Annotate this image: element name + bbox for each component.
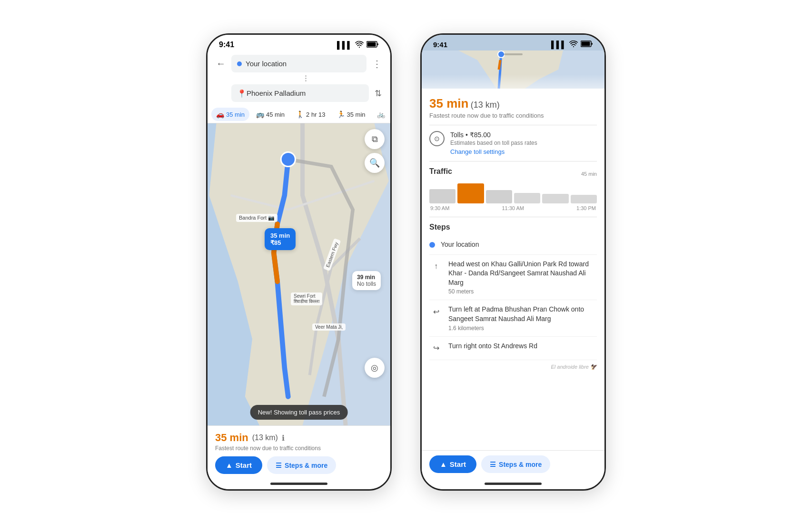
car-icon: 🚗: [216, 111, 224, 118]
divider-3: [429, 217, 597, 217]
info-icon: ℹ: [282, 433, 285, 443]
step-3-text: Turn right onto St Andrews Rd: [448, 342, 537, 351]
traffic-time-3: 1:30 PM: [576, 205, 596, 211]
toll-sub: Estimates based on toll pass rates: [450, 140, 597, 146]
location-button[interactable]: ◎: [365, 358, 385, 378]
veer-mata-label: Veer Mata Ji,: [312, 323, 346, 331]
wifi-icon-2: [569, 40, 578, 49]
start-button-2[interactable]: ▲ Start: [429, 455, 476, 473]
drag-handle: [504, 53, 523, 55]
search-map-button[interactable]: 🔍: [365, 153, 385, 173]
toll-banner: New! Showing toll pass prices: [250, 405, 348, 420]
traffic-bar-5: [542, 194, 568, 203]
bike-icon: 🚲: [377, 111, 385, 118]
home-indicator: [208, 478, 390, 489]
steps-button[interactable]: ☰ Steps & more: [267, 456, 336, 474]
layers-button[interactable]: ⧉: [365, 129, 385, 149]
tab-walk[interactable]: 🚶 2 hr 13: [291, 108, 330, 121]
back-button[interactable]: ←: [214, 56, 228, 71]
step-2-content: Turn left at Padma Bhushan Pran Chowk on…: [448, 305, 597, 331]
navigation-icon: ▲: [226, 461, 233, 469]
origin-dot: [237, 61, 242, 66]
toll-section: ⊙ Tolls • ₹85.00 Estimates based on toll…: [429, 131, 597, 155]
traffic-bar-2: [457, 183, 484, 203]
detail-dist: (13 km): [471, 100, 500, 110]
traffic-bar-3: [486, 190, 512, 203]
detail-header: 35 min (13 km) Fastest route now due to …: [429, 96, 597, 119]
svg-point-6: [281, 152, 295, 166]
phone-1: 9:41 ▌▌▌ ←: [206, 33, 392, 491]
home-bar-2: [485, 483, 542, 485]
route-time: 35 min: [215, 432, 248, 444]
steps-label: Steps & more: [285, 462, 327, 469]
step-3: ↪ Turn right onto St Andrews Rd: [429, 337, 597, 360]
transport-tabs: 🚗 35 min 🚌 45 min 🚶 2 hr 13 🏃 35 min 🚲: [208, 106, 390, 123]
tab-car-label: 35 min: [226, 111, 245, 118]
origin-text: Your location: [246, 60, 287, 68]
map-area: Bandra Fort 📷 Sewri Fortशिवडीचा किल्ला V…: [208, 123, 390, 425]
status-icons-2: ▌▌▌: [551, 40, 593, 49]
destination-row: 📍 Phoenix Palladium ⇅: [214, 84, 384, 102]
right-icon: ↪: [429, 342, 443, 355]
tab-walk-label: 2 hr 13: [306, 111, 325, 118]
route-connector: [228, 75, 384, 81]
notoll-label: No tolls: [357, 281, 376, 287]
run-icon: 🏃: [337, 111, 345, 118]
start-button[interactable]: ▲ Start: [215, 456, 262, 474]
search-area: ← Your location ⋮ 📍 Phoenix Palladium ⇅: [208, 51, 390, 106]
origin-row: ← Your location ⋮: [214, 55, 384, 72]
steps-icon: ☰: [276, 462, 282, 469]
home-indicator-2: [422, 478, 604, 489]
steps-button-2[interactable]: ☰ Steps & more: [481, 455, 550, 473]
action-buttons: ▲ Start ☰ Steps & more: [215, 456, 383, 474]
map-thumb-overlay: [422, 74, 604, 89]
route-title: 35 min (13 km) ℹ: [215, 432, 383, 444]
bottom-actions-2: ▲ Start ☰ Steps & more: [422, 450, 604, 478]
bottom-panel: 35 min (13 km) ℹ Fastest route now due t…: [208, 425, 390, 478]
notoll-time: 39 min: [357, 274, 376, 281]
tab-run-label: 35 min: [347, 111, 366, 118]
toll-link[interactable]: Change toll settings: [450, 148, 597, 155]
more-button[interactable]: ⋮: [370, 56, 384, 71]
bubble-time: 35 min: [270, 232, 290, 239]
tab-bike[interactable]: 🚲: [372, 108, 390, 121]
traffic-title: Traffic: [429, 167, 597, 176]
step-3-content: Turn right onto St Andrews Rd: [448, 342, 537, 351]
detail-subtitle: Fastest route now due to traffic conditi…: [429, 112, 597, 119]
destination-input[interactable]: 📍 Phoenix Palladium: [231, 84, 369, 102]
traffic-bar-6: [571, 195, 597, 203]
traffic-bar-1: [429, 189, 456, 203]
no-toll-bubble: 39 min No tolls: [352, 271, 381, 290]
svg-point-0: [359, 46, 360, 47]
toll-info: Tolls • ₹85.00 Estimates based on toll p…: [450, 131, 597, 155]
time-display-2: 9:41: [433, 40, 447, 49]
status-icons-1: ▌▌▌: [337, 41, 379, 49]
traffic-times: 9:30 AM 11:30 AM 1:30 PM: [429, 205, 597, 211]
step-1: ↑ Head west on Khau Galli/Union Park Rd …: [429, 255, 597, 301]
bandra-fort-label: Bandra Fort 📷: [236, 214, 277, 222]
home-bar: [270, 483, 327, 485]
status-bar-1: 9:41 ▌▌▌: [208, 35, 390, 51]
swap-button[interactable]: ⇅: [373, 86, 384, 101]
step-2: ↩ Turn left at Padma Bhushan Pran Chowk …: [429, 300, 597, 336]
tab-run[interactable]: 🏃 35 min: [332, 108, 370, 121]
destination-pin: 📍: [237, 90, 243, 97]
tab-transit[interactable]: 🚌 45 min: [251, 108, 289, 121]
tab-transit-label: 45 min: [266, 111, 285, 118]
step-1-dist: 50 meters: [448, 288, 597, 295]
transit-icon: 🚌: [256, 111, 264, 118]
svg-rect-9: [582, 42, 590, 46]
traffic-45min: 45 min: [581, 171, 597, 177]
steps-title: Steps: [429, 223, 597, 232]
steps-label-2: Steps & more: [499, 461, 542, 468]
destination-text: Phoenix Palladium: [247, 89, 306, 97]
steps-icon-2: ☰: [490, 461, 496, 468]
origin-input[interactable]: Your location: [231, 55, 366, 72]
origin-dot-step: [429, 242, 435, 248]
left-icon: ↩: [429, 305, 443, 318]
battery-icon: [366, 41, 379, 49]
tab-car[interactable]: 🚗 35 min: [211, 108, 249, 121]
traffic-time-1: 9:30 AM: [430, 205, 449, 211]
signal-icon-2: ▌▌▌: [551, 40, 566, 49]
start-label: Start: [236, 461, 252, 469]
